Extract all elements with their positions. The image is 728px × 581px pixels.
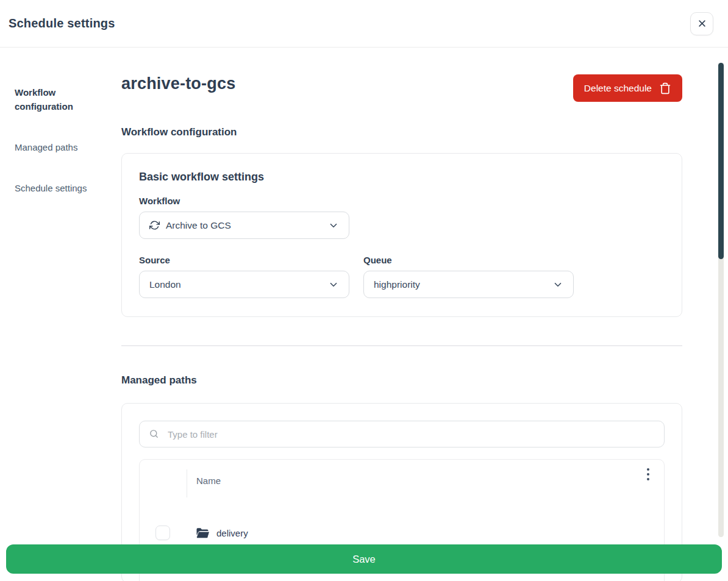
section-divider (121, 345, 682, 346)
workflow-label: Workflow (139, 196, 349, 206)
sidebar-item-workflow-configuration[interactable]: Workflow configuration (15, 85, 103, 113)
modal-header: Schedule settings (0, 0, 728, 48)
queue-label: Queue (363, 255, 574, 265)
title-row: archive-to-gcs Delete schedule (121, 74, 682, 102)
modal-body: Workflow configuration Managed paths Sch… (0, 48, 728, 581)
source-value: London (149, 279, 328, 290)
workflow-value: Archive to GCS (166, 220, 328, 231)
source-queue-row: Source London Queue highpriority (139, 255, 665, 298)
kebab-menu-icon[interactable] (642, 466, 654, 483)
page-title: archive-to-gcs (121, 74, 235, 93)
queue-field: Queue highpriority (363, 255, 574, 298)
path-name: delivery (216, 528, 248, 538)
filter-wrap (139, 421, 665, 447)
table-row[interactable]: delivery (140, 519, 664, 546)
scrollbar-track[interactable] (718, 63, 724, 537)
source-label: Source (139, 255, 349, 265)
trash-icon (659, 82, 671, 94)
queue-value: highpriority (374, 279, 552, 290)
basic-workflow-settings-card: Basic workflow settings Workflow Archive… (121, 153, 682, 317)
paths-table-header: Name (140, 460, 664, 497)
schedule-settings-modal: Schedule settings Workflow configuration… (0, 0, 728, 581)
filter-input[interactable] (139, 421, 665, 447)
close-button[interactable] (690, 12, 713, 35)
sidebar-item-schedule-settings[interactable]: Schedule settings (15, 181, 103, 195)
folder-icon (196, 527, 209, 539)
name-column-header: Name (187, 469, 654, 497)
delete-schedule-label: Delete schedule (584, 83, 652, 94)
queue-dropdown[interactable]: highpriority (363, 271, 574, 298)
close-icon (698, 19, 707, 28)
search-icon (149, 429, 159, 439)
chevron-down-icon (328, 279, 339, 290)
main-content: archive-to-gcs Delete schedule Workflow … (121, 48, 682, 581)
delete-schedule-button[interactable]: Delete schedule (573, 74, 682, 102)
chevron-down-icon (552, 279, 563, 290)
managed-paths-heading: Managed paths (121, 374, 682, 387)
sidebar-nav: Workflow configuration Managed paths Sch… (0, 48, 121, 581)
workflow-dropdown[interactable]: Archive to GCS (139, 212, 349, 239)
scrollbar-thumb[interactable] (718, 63, 724, 259)
recycle-icon (149, 220, 160, 230)
source-field: Source London (139, 255, 349, 298)
modal-title: Schedule settings (9, 16, 115, 30)
basic-workflow-settings-title: Basic workflow settings (139, 171, 665, 184)
workflow-field: Workflow Archive to GCS (139, 196, 349, 239)
save-button[interactable]: Save (6, 544, 722, 574)
source-dropdown[interactable]: London (139, 271, 349, 298)
workflow-configuration-heading: Workflow configuration (121, 126, 682, 138)
row-checkbox[interactable] (155, 526, 170, 540)
checkbox-column-space (155, 469, 187, 497)
chevron-down-icon (328, 220, 339, 231)
sidebar-item-managed-paths[interactable]: Managed paths (15, 140, 103, 154)
